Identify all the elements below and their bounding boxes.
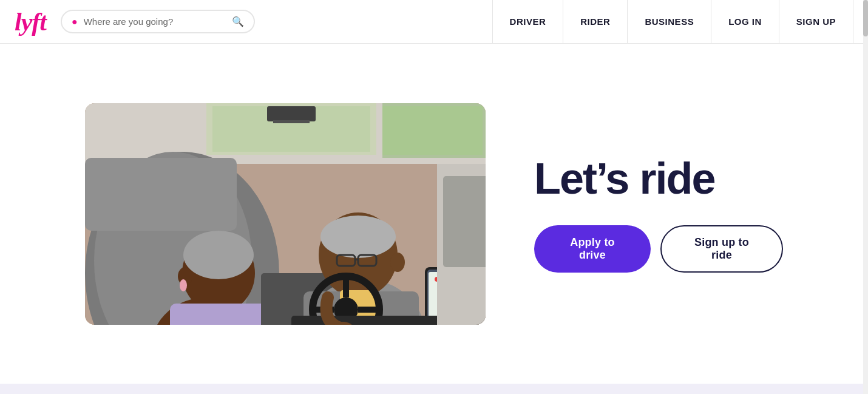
nav-item-driver[interactable]: DRIVER <box>492 0 563 44</box>
svg-rect-40 <box>85 158 237 231</box>
scrollbar-thumb[interactable] <box>863 0 868 36</box>
hero-illustration <box>85 103 486 325</box>
lyft-logo: lyft <box>15 9 46 35</box>
svg-point-19 <box>390 253 405 272</box>
svg-rect-35 <box>443 176 486 267</box>
svg-rect-36 <box>267 106 316 121</box>
location-dot-icon: ● <box>72 16 78 27</box>
hero-text: Let’s ride Apply to drive Sign up to rid… <box>534 155 783 272</box>
hero-image <box>85 103 486 325</box>
svg-point-8 <box>183 231 254 279</box>
nav-item-rider[interactable]: RIDER <box>563 0 627 44</box>
footer-section <box>0 384 868 394</box>
apply-to-drive-button[interactable]: Apply to drive <box>534 225 651 273</box>
sign-up-to-ride-button[interactable]: Sign up to ride <box>660 225 783 273</box>
logo-container: lyft <box>15 9 46 35</box>
nav-item-business[interactable]: BUSINESS <box>627 0 711 44</box>
scrollbar-track[interactable] <box>863 0 868 394</box>
svg-rect-37 <box>273 120 310 123</box>
nav-item-signup[interactable]: SIGN UP <box>779 0 853 44</box>
svg-point-15 <box>320 216 396 258</box>
hero-buttons: Apply to drive Sign up to ride <box>534 225 783 273</box>
hero-heading: Let’s ride <box>534 155 783 203</box>
main-nav: DRIVER RIDER BUSINESS LOG IN SIGN UP <box>492 0 853 43</box>
header: lyft ● 🔍 DRIVER RIDER BUSINESS LOG IN SI… <box>0 0 868 44</box>
search-input[interactable] <box>84 16 232 27</box>
svg-point-10 <box>180 279 187 291</box>
svg-rect-11 <box>170 304 267 325</box>
hero-section: Let’s ride Apply to drive Sign up to rid… <box>0 44 868 384</box>
svg-rect-39 <box>382 106 483 155</box>
search-bar[interactable]: ● 🔍 <box>61 10 255 33</box>
search-icon[interactable]: 🔍 <box>232 16 244 27</box>
nav-item-login[interactable]: LOG IN <box>711 0 779 44</box>
